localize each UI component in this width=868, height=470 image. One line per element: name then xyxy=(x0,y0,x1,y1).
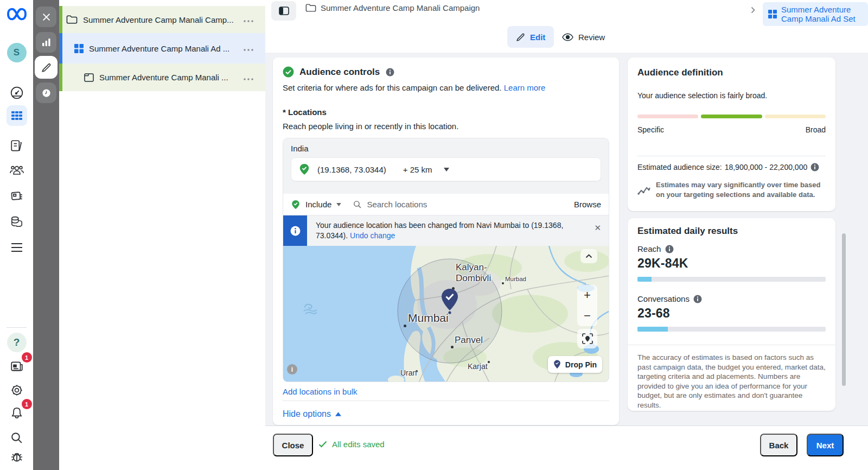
folder-icon xyxy=(305,3,316,12)
location-map[interactable]: Kalyan-Dombivli Murbad Mumbai Panvel Ura… xyxy=(283,246,609,382)
close-button[interactable]: Close xyxy=(273,434,313,456)
notifications-bell-icon[interactable]: 1 xyxy=(7,403,27,423)
notifications-badge: 1 xyxy=(22,399,32,409)
help-button[interactable]: ? xyxy=(7,333,27,352)
footer-bar: Close All edits saved Back Next xyxy=(265,425,868,470)
learn-more-link[interactable]: Learn more xyxy=(504,83,546,92)
selected-location-section: India (19.1368, 73.0344) + 25 km xyxy=(283,138,609,194)
search-icon[interactable] xyxy=(7,427,27,448)
undo-change-link[interactable]: Undo change xyxy=(350,231,395,240)
map-pin-icon xyxy=(440,288,459,316)
size-value: 18,900,000 - 22,200,000 xyxy=(725,163,808,172)
conversations-metric-label: Conversations xyxy=(637,294,703,303)
history-clock-icon[interactable] xyxy=(36,82,56,103)
collapse-sidebar-button[interactable] xyxy=(271,1,296,21)
tree-row-adset[interactable]: Summer Adventure Camp Manali Ad ... xyxy=(59,33,265,63)
breadcrumb-campaign[interactable]: Summer Adventure Camp Manali Campaign xyxy=(305,3,480,12)
ad-name: Summer Adventure Camp Manali ... xyxy=(99,73,228,82)
info-icon[interactable] xyxy=(665,244,674,253)
map-locate-button[interactable] xyxy=(577,329,597,348)
performance-chart-icon[interactable] xyxy=(36,32,56,53)
notice-info-stripe xyxy=(283,215,307,246)
city-label-kalyan: Kalyan-Dombivli xyxy=(456,262,502,284)
close-editor-button[interactable] xyxy=(36,7,56,27)
card-divider xyxy=(637,156,826,156)
left-icon-rail: S ? 1 1 xyxy=(0,0,33,470)
section-subtitle: Set criteria for where ads for this camp… xyxy=(283,83,545,92)
edit-label: Edit xyxy=(530,33,545,42)
ads-manager-window: S ? 1 1 xyxy=(0,0,868,470)
tab-edit[interactable]: Edit xyxy=(507,26,554,48)
include-dropdown[interactable]: Include xyxy=(305,200,331,209)
meta-logo-icon[interactable] xyxy=(5,5,28,23)
audiences-people-icon[interactable] xyxy=(7,160,27,181)
chevron-down-icon[interactable] xyxy=(444,168,449,172)
help-glyph: ? xyxy=(14,336,20,348)
billing-coins-icon[interactable] xyxy=(7,212,27,232)
map-info-icon[interactable]: i xyxy=(287,364,297,374)
tree-row-campaign[interactable]: Summer Adventure Camp Manali Camp... xyxy=(59,6,265,33)
card-divider xyxy=(283,401,609,401)
city-label-panvel: Panvel xyxy=(455,335,483,346)
ads-reporting-icon[interactable] xyxy=(7,186,27,206)
audience-breadth-meter xyxy=(637,115,826,118)
rail-divider xyxy=(7,327,27,328)
tab-review[interactable]: Review xyxy=(554,26,612,48)
campaigns-table-icon[interactable] xyxy=(7,105,27,126)
settings-gear-icon[interactable] xyxy=(7,380,27,401)
city-label-karjat: Karjat xyxy=(468,362,488,371)
locations-group: India (19.1368, 73.0344) + 25 km Include… xyxy=(283,138,609,382)
breadcrumb-adset-label: Summer Adventure Camp Manali Ad Set xyxy=(781,5,863,23)
adset-row-stripe xyxy=(59,33,62,63)
breadcrumb-campaign-label: Summer Adventure Camp Manali Campaign xyxy=(321,3,480,12)
campaign-row-stripe xyxy=(59,6,62,33)
radius-value[interactable]: + 25 km xyxy=(403,165,432,174)
location-entry[interactable]: (19.1368, 73.0344) + 25 km xyxy=(291,157,601,181)
add-locations-bulk-link[interactable]: Add locations in bulk xyxy=(283,387,358,396)
tree-row-ad[interactable]: Summer Adventure Camp Manali ... xyxy=(59,63,265,91)
all-tools-menu-icon[interactable] xyxy=(7,237,27,258)
breadcrumb-adset[interactable]: Summer Adventure Camp Manali Ad Set xyxy=(763,2,868,26)
info-icon[interactable] xyxy=(693,294,703,303)
zoom-out-button[interactable]: − xyxy=(577,306,597,326)
conversations-bar-fill xyxy=(637,327,668,332)
next-button[interactable]: Next xyxy=(807,434,844,456)
hide-options-link[interactable]: Hide options xyxy=(283,409,341,419)
campaign-options-menu[interactable] xyxy=(244,15,253,24)
city-dot xyxy=(502,282,504,284)
include-search-row: Include Browse xyxy=(283,194,609,215)
save-status: All edits saved xyxy=(318,440,385,449)
adset-grid-icon xyxy=(768,10,777,18)
reach-bar xyxy=(637,277,826,282)
chevron-up-icon xyxy=(335,412,341,416)
zoom-in-button[interactable]: + xyxy=(577,285,597,306)
page-scrollbar[interactable] xyxy=(842,233,846,386)
overview-gauge-icon[interactable] xyxy=(7,82,27,103)
drop-pin-button[interactable]: Drop Pin xyxy=(548,356,602,373)
meter-segment-specific xyxy=(637,115,698,118)
location-pin-check-icon xyxy=(298,163,310,175)
chevron-down-icon[interactable] xyxy=(336,203,341,206)
pages-icon[interactable] xyxy=(7,136,27,156)
conversations-bar xyxy=(637,327,826,332)
review-label: Review xyxy=(578,33,605,42)
user-avatar[interactable]: S xyxy=(7,43,27,62)
info-icon[interactable] xyxy=(810,162,819,172)
updates-news-icon[interactable]: 1 xyxy=(7,356,27,377)
browse-link[interactable]: Browse xyxy=(574,200,601,209)
adset-options-menu[interactable] xyxy=(244,43,253,53)
info-icon[interactable] xyxy=(385,67,394,77)
card-divider xyxy=(628,345,835,345)
conversations-value: 23-68 xyxy=(637,306,670,321)
check-icon xyxy=(318,441,327,448)
reach-metric-label: Reach xyxy=(637,244,674,253)
back-button[interactable]: Back xyxy=(760,434,797,456)
news-badge: 1 xyxy=(22,352,32,363)
audience-controls-header: Audience controls xyxy=(283,66,394,78)
report-bug-icon[interactable] xyxy=(7,447,27,467)
map-collapse-button[interactable] xyxy=(580,249,597,263)
search-locations-input[interactable] xyxy=(367,200,569,209)
edit-pencil-tool[interactable] xyxy=(35,56,58,79)
close-notice-icon[interactable]: ✕ xyxy=(594,223,601,233)
ad-options-menu[interactable] xyxy=(244,73,253,82)
